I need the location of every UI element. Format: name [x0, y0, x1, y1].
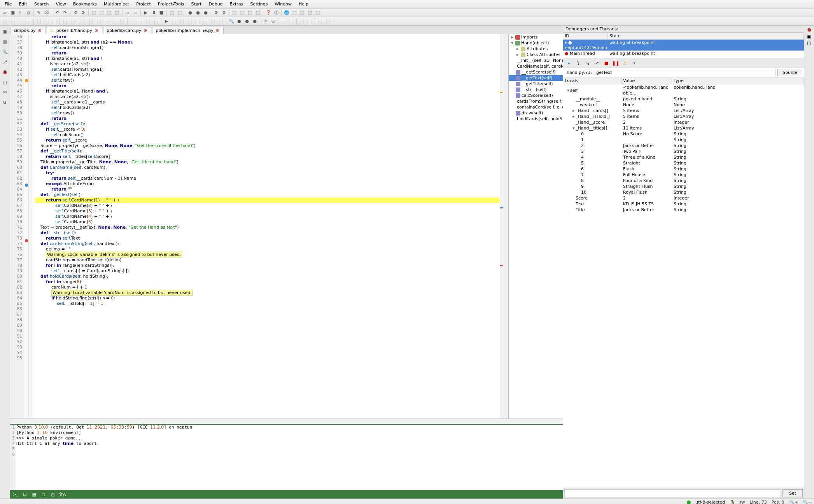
search-icon[interactable]: 🔍: [1, 47, 9, 56]
menu-settings[interactable]: Settings: [247, 1, 271, 7]
toolbar-button[interactable]: ⚙: [213, 9, 220, 16]
outline-item[interactable]: __init__(self, a1=None,: [509, 58, 563, 63]
outline-item[interactable]: ▸Class Attributes: [509, 52, 563, 58]
variables-table[interactable]: Locals Value Type ▾self<pokerlib.hand.Ha…: [563, 77, 804, 488]
status-encoding[interactable]: utf-8-selected: [695, 500, 725, 504]
toolbar-button[interactable]: ⬚: [171, 18, 178, 25]
variable-row[interactable]: 1String: [563, 137, 804, 143]
toolbar-button[interactable]: ⚙: [221, 9, 228, 16]
vcs-icon[interactable]: ⎇: [1, 58, 9, 66]
menu-start[interactable]: Start: [188, 1, 205, 7]
u-icon[interactable]: U: [1, 98, 9, 107]
toolbar-button[interactable]: ⬚: [254, 9, 261, 16]
toolbar-button[interactable]: ⬚: [210, 18, 217, 25]
toolbar-button[interactable]: ⬚: [186, 18, 193, 25]
toolbar-button[interactable]: 🌐: [283, 9, 290, 16]
toolbar-button[interactable]: ⬚: [2, 18, 9, 25]
expander-icon[interactable]: ▾: [510, 40, 514, 46]
variable-row[interactable]: TextKD JS JH 5S TSString: [563, 201, 804, 207]
toolbar-button[interactable]: ⬚: [231, 9, 238, 16]
variable-row[interactable]: Score2Integer: [563, 195, 804, 201]
variable-row[interactable]: 0No ScoreString: [563, 131, 804, 137]
expander-icon[interactable]: ▸: [510, 35, 514, 40]
toolbar-button[interactable]: ⬚: [306, 9, 313, 16]
help-viewer-icon[interactable]: ▣: [807, 34, 811, 39]
toolbar-button[interactable]: ⬚: [106, 9, 113, 16]
zoom-out-icon[interactable]: 🔍−: [803, 500, 812, 504]
toolbar-button[interactable]: ⬚: [247, 9, 254, 16]
warning-icon[interactable]: ⚠: [621, 59, 629, 67]
variable-row[interactable]: _Hand__score2Integer: [563, 119, 804, 125]
outline-item[interactable]: holdCards(self, holdS: [509, 116, 563, 122]
source-button[interactable]: Source: [777, 69, 802, 76]
toolbar-button[interactable]: ⬚: [298, 18, 305, 25]
multiproject-icon[interactable]: ▥: [1, 37, 9, 46]
toolbar-button[interactable]: ⬚: [95, 18, 102, 25]
shell-clock-icon[interactable]: ◷: [49, 491, 57, 498]
outline-item[interactable]: ▾Hand(object): [509, 40, 563, 46]
variable-row[interactable]: 6FlushString: [563, 166, 804, 172]
toolbar-button[interactable]: ▶: [142, 9, 149, 16]
menu-window[interactable]: Window: [272, 1, 295, 7]
toolbar-button[interactable]: 🔍: [228, 18, 235, 25]
thread-row[interactable]: ▾ ● neptun/14219/mainwaiting at breakpoi…: [563, 40, 804, 51]
toolbar-button[interactable]: ▣: [9, 9, 16, 16]
cooperation-icon[interactable]: ◫: [1, 78, 9, 86]
toolbar-button[interactable]: ⓘ: [273, 9, 280, 16]
toolbar-button[interactable]: ⬚: [291, 9, 298, 16]
variable-row[interactable]: TitleJacks or BetterString: [563, 207, 804, 213]
horizontal-scrollbar[interactable]: [10, 418, 563, 424]
toolbar-button[interactable]: ⬚: [114, 9, 121, 16]
filter-icon[interactable]: ⚡: [630, 59, 639, 67]
toolbar-button[interactable]: ⬚: [35, 18, 42, 25]
toolbar-button[interactable]: ⟳: [80, 9, 87, 16]
toolbar-button[interactable]: ⬚: [152, 18, 159, 25]
toolbar-button[interactable]: ⬚: [61, 18, 68, 25]
variable-row[interactable]: 7Full HouseString: [563, 172, 804, 178]
toolbar-button[interactable]: ⟳: [262, 18, 269, 25]
menu-search[interactable]: Search: [31, 1, 52, 7]
outline-pane[interactable]: ▸Imports▾Hand(object)▸Attributes▸Class A…: [508, 34, 563, 418]
stop-icon[interactable]: ■: [602, 59, 611, 67]
outline-item[interactable]: __str__(self): [509, 87, 563, 93]
toolbar-button[interactable]: ●: [194, 9, 201, 16]
eval-input[interactable]: [564, 489, 781, 497]
shell-output[interactable]: Python 3.10.0 (default, Oct 11 2021, 05:…: [16, 425, 563, 490]
menu-file[interactable]: File: [2, 1, 15, 7]
toolbar-button[interactable]: ⬚: [194, 18, 201, 25]
toolbar-button[interactable]: ⬚: [98, 9, 105, 16]
outline-item[interactable]: __getScore(self): [509, 69, 563, 75]
toolbar-button[interactable]: ↷: [61, 9, 68, 16]
toolbar-button[interactable]: ⌕: [132, 9, 139, 16]
shell-translate-icon[interactable]: 文A: [58, 491, 66, 498]
outline-item[interactable]: ▸Attributes: [509, 46, 563, 52]
toolbar-button[interactable]: ⊖: [270, 18, 277, 25]
toolbar-button[interactable]: ⎘: [17, 9, 24, 16]
close-icon[interactable]: ⊗: [216, 28, 219, 33]
threads-col-state[interactable]: State: [608, 33, 804, 39]
menu-project[interactable]: Project: [133, 1, 154, 7]
outline-item[interactable]: __getTitle(self): [509, 81, 563, 87]
toolbar-button[interactable]: ⌧: [43, 9, 50, 16]
thread-row[interactable]: ● MainThreadwaiting at breakpoint: [563, 51, 804, 56]
shell-prompt-icon[interactable]: >_: [12, 491, 19, 498]
editor-tab[interactable]: pokerlib/card.py⊗: [103, 27, 151, 34]
editor-tab[interactable]: simpok.py⊗: [10, 27, 46, 34]
close-icon[interactable]: ⊗: [95, 28, 98, 33]
shell-pane[interactable]: 1 2 3 4 5 6 Python 3.10.0 (default, Oct …: [10, 424, 563, 490]
toolbar-button[interactable]: ⬚: [25, 18, 32, 25]
toolbar-button[interactable]: ⬚: [17, 18, 24, 25]
toolbar-button[interactable]: ⬚: [88, 18, 95, 25]
toolbar-button[interactable]: ⌕: [124, 9, 131, 16]
close-icon[interactable]: ⊗: [38, 28, 42, 33]
toolbar-button[interactable]: ⬚: [317, 18, 324, 25]
expander-icon[interactable]: ▸: [572, 108, 576, 114]
toolbar-button[interactable]: ⬚: [179, 18, 186, 25]
menu-extras[interactable]: Extras: [227, 1, 247, 7]
toolbar-button[interactable]: ⬚: [299, 9, 306, 16]
continue-icon[interactable]: ▸: [565, 59, 573, 67]
expander-icon[interactable]: ▸: [572, 114, 576, 119]
toolbar-button[interactable]: ⬚: [129, 18, 136, 25]
debug-icon[interactable]: 🐞: [1, 68, 9, 76]
project-viewer-icon[interactable]: ▣: [1, 27, 9, 36]
